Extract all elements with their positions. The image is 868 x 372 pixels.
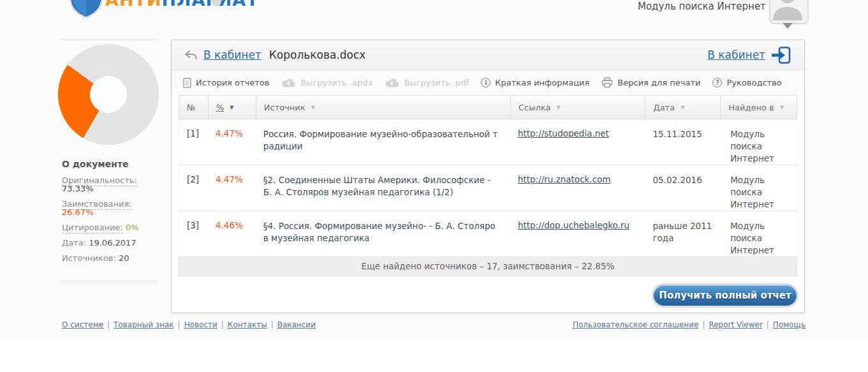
source-url-link[interactable]: http://dop.uchebalegko.ru — [518, 220, 629, 230]
row-percent: 4.47% — [208, 119, 256, 165]
export-apdx-button: Выгрузить .apdx — [281, 78, 372, 87]
stat-date: Дата: 19.06.2017 — [62, 239, 158, 247]
column-header-date-label: Дата — [653, 103, 675, 112]
row-found-in: Модуль поиска Интернет — [720, 211, 797, 257]
table-header: № % ▼ Источник ▼ Ссылка ▼ Дата ▼ — [179, 95, 797, 119]
about-document-title: О документе — [62, 159, 158, 169]
source-url-link[interactable]: http://ru.znatock.com — [518, 174, 611, 184]
sources-table: № % ▼ Источник ▼ Ссылка ▼ Дата ▼ — [179, 95, 797, 276]
footer-link-about[interactable]: О системе — [62, 320, 103, 329]
column-header-link-label: Ссылка — [519, 103, 551, 112]
sort-arrow-icon[interactable]: ▼ — [230, 105, 233, 110]
footer-link-help[interactable]: Помощь — [773, 320, 805, 329]
get-full-report-button[interactable]: Получить полный отчет — [652, 283, 798, 308]
column-header-num-label: № — [187, 103, 196, 112]
footer-links-left: О системе|Товарный знак|Новости|Контакты… — [62, 320, 316, 329]
source-row: [1] 4.47% Россия. Формирование музейно-о… — [179, 119, 797, 165]
footer-link-vacancies[interactable]: Вакансии — [277, 320, 316, 329]
question-icon: ? — [712, 78, 722, 87]
footer-link-trademark[interactable]: Товарный знак — [114, 320, 173, 329]
row-link-cell: http://studopedia.net — [510, 119, 645, 165]
stat-sources: Источников: 20 — [62, 254, 158, 262]
report-history-button[interactable]: История отчетов — [183, 78, 269, 88]
column-header-percent-label[interactable]: % — [216, 103, 224, 112]
user-avatar[interactable] — [769, 0, 809, 24]
logo-text-plagiat: ПЛАГИАТ — [162, 0, 259, 10]
column-header-found-in-label: Найдено в — [728, 103, 774, 112]
export-pdf-label: Выгрузить .pdf — [404, 78, 469, 87]
stat-date-label: Дата: — [62, 238, 86, 248]
cloud-download-icon — [281, 78, 296, 87]
back-to-cabinet-link[interactable]: В кабинет — [203, 48, 261, 61]
footer-separator: | — [702, 320, 705, 329]
row-link-cell: http://dop.uchebalegko.ru — [510, 211, 645, 257]
row-percent: 4.46% — [208, 211, 256, 257]
row-source: Россия. Формирование музейно-образовател… — [256, 119, 510, 165]
short-info-label: Краткая информация — [495, 78, 589, 87]
footer-separator: | — [767, 320, 769, 329]
stat-citations: Цитирование: 0% — [62, 223, 158, 232]
stat-borrowings: Заимствования: 26.67% — [62, 200, 158, 216]
footer-separator: | — [107, 320, 110, 329]
row-found-in: Модуль поиска Интернет — [720, 119, 797, 165]
sort-arrow-icon[interactable]: ▼ — [311, 105, 315, 110]
column-header-source[interactable]: Источник ▼ — [256, 96, 510, 119]
print-version-label: Версия для печати — [617, 78, 700, 87]
stat-citations-value: 0% — [126, 223, 139, 232]
column-header-date[interactable]: Дата ▼ — [645, 96, 720, 119]
stat-originality: Оригинальность: 73.33% — [62, 176, 158, 193]
shield-icon — [69, 0, 103, 19]
report-toolbar: История отчетов Выгрузить .apdx — [172, 70, 804, 95]
report-panel: В кабинет Королькова.docx В кабинет — [171, 40, 805, 313]
panel-header: В кабинет Королькова.docx В кабинет — [172, 40, 804, 70]
chevron-down-icon[interactable] — [783, 23, 793, 29]
sort-arrow-icon[interactable]: ▼ — [680, 105, 684, 110]
printer-icon — [601, 77, 613, 88]
print-version-button[interactable]: Версия для печати — [601, 77, 700, 88]
logo-text-anti: АНТИ — [105, 0, 162, 10]
column-header-percent[interactable]: % ▼ — [208, 96, 256, 119]
footer-link-user-agreement[interactable]: Пользовательское соглашение — [573, 320, 698, 329]
to-cabinet-link[interactable]: В кабинет — [707, 48, 765, 61]
document-sidebar: О документе Оригинальность: 73.33% Заимс… — [61, 40, 158, 286]
more-sources-summary: Еще найдено источников – 17, заимствован… — [179, 257, 797, 276]
enter-cabinet-icon[interactable] — [772, 46, 791, 64]
document-title: Королькова.docx — [269, 48, 366, 61]
row-date: 15.11.2015 — [645, 119, 720, 165]
row-date: раньше 2011 года — [645, 211, 720, 257]
footer-link-contacts[interactable]: Контакты — [228, 320, 267, 329]
sort-arrow-icon[interactable]: ▼ — [780, 105, 784, 110]
source-url-link[interactable]: http://studopedia.net — [518, 128, 609, 138]
guide-label: Руководство — [726, 78, 781, 87]
column-header-num: № — [179, 96, 208, 119]
footer-separator: | — [178, 320, 180, 329]
search-module-label: Модуль поиска Интернет — [638, 1, 766, 12]
footer-links-right: Пользовательское соглашение|Report Viewe… — [573, 320, 805, 329]
donut-hole — [90, 76, 127, 113]
stat-sources-value: 20 — [119, 253, 129, 263]
column-header-link[interactable]: Ссылка ▼ — [510, 96, 645, 119]
bottom-band — [0, 339, 868, 372]
row-source: §4. Россия. Формирование музейно- - Б. А… — [256, 211, 510, 257]
sort-arrow-icon[interactable]: ▼ — [557, 105, 561, 110]
row-found-in: Модуль поиска Интернет — [720, 165, 797, 211]
logo-text: АНТИПЛАГИАТ — [105, 0, 259, 10]
footer-separator: | — [221, 320, 224, 329]
row-num: [3] — [179, 211, 208, 257]
footer-link-report-viewer[interactable]: Report Viewer — [709, 320, 762, 329]
guide-button[interactable]: ? Руководство — [712, 78, 781, 87]
footer-link-news[interactable]: Новости — [184, 320, 217, 329]
row-percent: 4.47% — [208, 165, 256, 211]
stat-citations-label[interactable]: Цитирование: — [62, 223, 123, 234]
export-apdx-label: Выгрузить .apdx — [300, 78, 372, 87]
row-source: §2. Соединенные Штаты Америки. Философск… — [256, 165, 510, 211]
stat-originality-value: 73.33% — [62, 184, 94, 193]
column-header-found-in[interactable]: Найдено в ▼ — [720, 96, 797, 119]
stat-date-value: 19.06.2017 — [89, 238, 136, 248]
person-icon — [770, 0, 805, 20]
report-history-label: История отчетов — [196, 78, 269, 87]
antiplagiat-logo[interactable]: АНТИПЛАГИАТ — [69, 0, 228, 29]
short-info-button[interactable]: i Краткая информация — [481, 78, 589, 87]
button-zone: Получить полный отчет — [172, 276, 804, 313]
row-num: [1] — [179, 119, 208, 165]
